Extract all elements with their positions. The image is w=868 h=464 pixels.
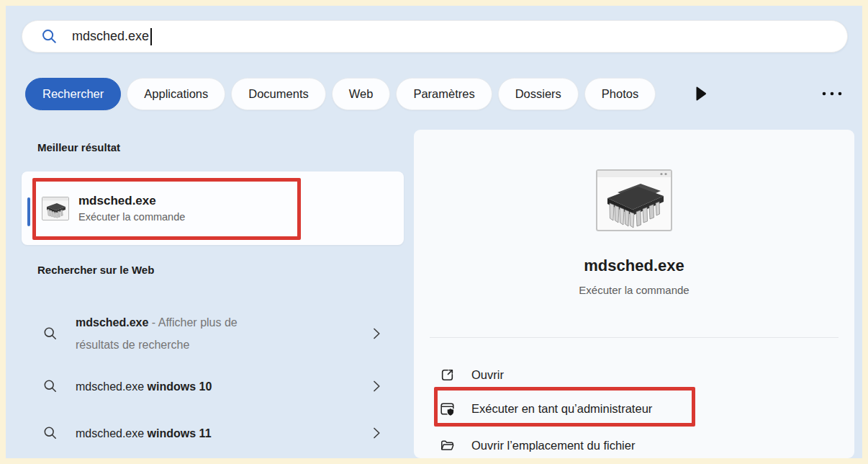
memory-chip-icon-large [596, 169, 672, 231]
best-result-subtitle: Exécuter la commande [78, 211, 185, 223]
best-result-title: mdsched.exe [78, 194, 185, 208]
web-suggestion-row[interactable]: mdsched.exe - Afficher plus de résultats… [22, 308, 404, 359]
ellipsis-icon[interactable] [822, 92, 842, 96]
run-as-admin-icon [440, 401, 455, 416]
search-icon [43, 379, 58, 393]
action-run-as-admin-label: Exécuter en tant qu’administrateur [471, 402, 652, 416]
windows-search-flyout: mdsched.exe Rechercher Applications Docu… [6, 6, 862, 458]
tab-applications[interactable]: Applications [127, 78, 225, 110]
action-open-file-location[interactable]: Ouvrir l’emplacement du fichier [440, 433, 635, 458]
web-suggestion-row[interactable]: mdsched.exe windows 10 [22, 375, 404, 398]
best-result-heading: Meilleur résultat [37, 141, 120, 153]
search-icon [43, 326, 58, 341]
detail-title: mdsched.exe [414, 256, 854, 275]
play-icon[interactable] [695, 86, 707, 102]
suggestion-query: mdsched.exe [76, 316, 148, 329]
detail-subtitle: Exécuter la commande [414, 284, 854, 296]
tab-documents[interactable]: Documents [231, 78, 325, 110]
web-search-heading: Rechercher sur le Web [37, 264, 154, 276]
action-run-as-admin[interactable]: Exécuter en tant qu’administrateur [440, 396, 652, 421]
suggestion-query: mdsched.exe [76, 427, 148, 440]
chevron-right-icon[interactable] [373, 427, 381, 440]
search-icon [41, 28, 58, 45]
memory-chip-icon [42, 197, 69, 220]
chevron-right-icon[interactable] [373, 380, 381, 393]
result-detail-panel: mdsched.exe Exécuter la commande Ouvrir [414, 130, 854, 458]
best-result-item[interactable]: mdsched.exe Exécuter la commande [22, 171, 404, 245]
search-input[interactable]: mdsched.exe [22, 20, 848, 53]
search-input-value: mdsched.exe [72, 29, 149, 44]
action-open[interactable]: Ouvrir [440, 362, 504, 387]
chevron-right-icon[interactable] [373, 328, 381, 340]
tab-web[interactable]: Web [332, 78, 391, 110]
tab-rechercher[interactable]: Rechercher [25, 78, 121, 110]
tab-dossiers[interactable]: Dossiers [498, 78, 579, 110]
selection-accent-bar [27, 197, 30, 226]
open-icon [440, 367, 455, 383]
search-filter-tabs: Rechercher Applications Documents Web Pa… [25, 77, 846, 110]
screenshot-frame: mdsched.exe Rechercher Applications Docu… [0, 0, 868, 464]
web-suggestion-row[interactable]: mdsched.exe windows 11 [22, 421, 404, 445]
tab-parametres[interactable]: Paramètres [396, 78, 492, 110]
action-open-file-location-label: Ouvrir l’emplacement du fichier [471, 439, 635, 452]
action-open-label: Ouvrir [471, 368, 504, 382]
tab-photos[interactable]: Photos [584, 78, 656, 110]
suggestion-query: mdsched.exe [76, 380, 148, 393]
suggestion-completion: windows 11 [148, 427, 212, 440]
divider [430, 337, 838, 338]
search-icon [43, 426, 58, 440]
folder-icon [440, 438, 455, 453]
text-cursor [150, 28, 152, 45]
suggestion-completion: windows 10 [148, 380, 212, 393]
